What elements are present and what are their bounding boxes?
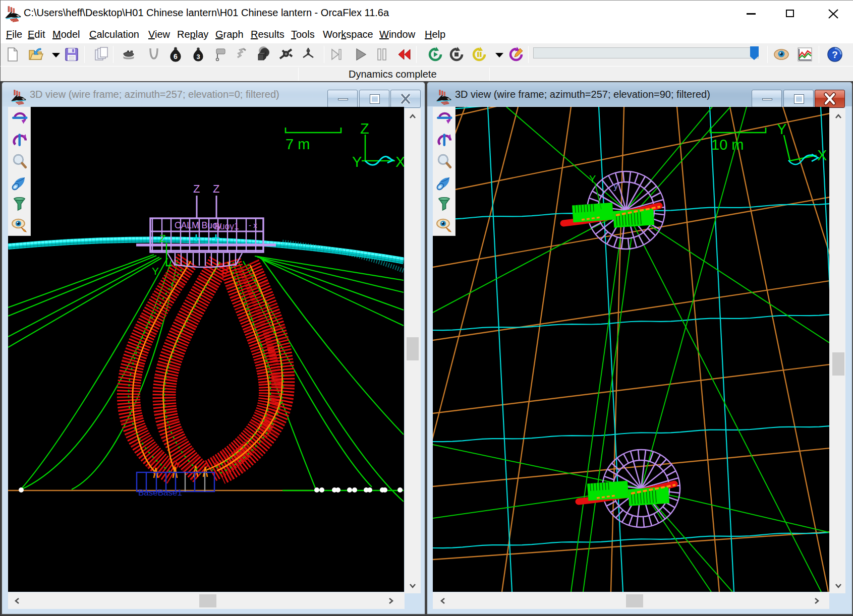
svg-text:Z: Z — [360, 120, 369, 137]
svg-text:10 m: 10 m — [711, 137, 744, 153]
svg-text:Buoy1: Buoy1 — [214, 221, 239, 231]
svg-text:6: 6 — [174, 52, 178, 60]
svg-text:Y: Y — [777, 121, 786, 137]
svg-text:?: ? — [832, 49, 838, 60]
svg-text:Y: Y — [589, 173, 596, 184]
svg-text:X: X — [817, 147, 827, 163]
svg-text:y: y — [613, 180, 618, 191]
svg-text:Z: Z — [193, 182, 200, 195]
svg-text:BaseBase1: BaseBase1 — [138, 488, 182, 498]
svg-text:Z: Z — [213, 182, 219, 195]
svg-text:Y: Y — [352, 154, 362, 170]
svg-text:7 m: 7 m — [286, 136, 310, 152]
svg-text:Y: Y — [152, 265, 159, 277]
svg-text:3: 3 — [196, 53, 200, 60]
svg-text:- x: - x — [249, 221, 257, 229]
svg-text:Z: Z — [159, 232, 166, 244]
svg-text:X: X — [395, 154, 404, 170]
